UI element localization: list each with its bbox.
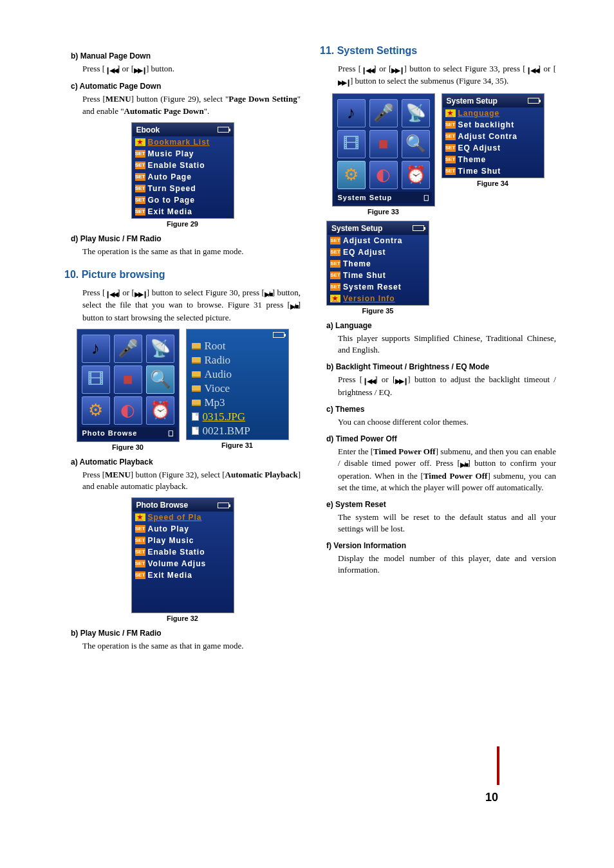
menu-item: ★Speed of Pla <box>133 512 233 523</box>
menu-item: SETSystem Reset <box>328 281 428 293</box>
menu-item: ★Version Info <box>328 293 428 304</box>
figure-30: ♪ 🎤 📡 🎞 ■ 🔍 ⚙ ◐ ⏰ Photo Browse⎕ <box>77 329 180 442</box>
menu-item: SETAuto Play <box>133 523 233 535</box>
prev-icon: ❙◀◀ <box>105 66 117 75</box>
heading-b-manual-page-down: b) Manual Page Down <box>71 51 301 60</box>
text-10: Press [❙◀◀] or [▶▶❙] button to select Fi… <box>82 287 301 324</box>
star-icon: ★ <box>330 295 340 302</box>
battery-icon <box>218 503 229 508</box>
file-icon <box>192 427 199 435</box>
next-icon: ▶▶❙ <box>391 66 404 75</box>
scroll-icon: ⎕ <box>169 429 174 437</box>
playstop-icon: ▶/■ <box>460 460 468 470</box>
figure-31: Root Radio Audio Vioce Mp3 0315.JPG 0021… <box>186 329 289 440</box>
set-icon: SET <box>445 144 456 152</box>
music-icon: ♪ <box>82 335 110 363</box>
text-c: Press [MENU] button (Figure 29), select … <box>82 93 301 116</box>
mic-icon: 🎤 <box>114 335 142 363</box>
set-icon: SET <box>135 537 145 544</box>
file-item: 0021.BMP <box>188 424 287 438</box>
set-icon: SET <box>445 156 456 163</box>
satellite-icon: 📡 <box>402 99 430 127</box>
music-icon: ♪ <box>337 99 366 127</box>
heading-a-auto-playback: a) Automatic Playback <box>71 457 301 466</box>
figure-33: ♪ 🎤 📡 🎞 ■ 🔍 ⚙ ◐ ⏰ System Setup⎕ <box>332 93 435 207</box>
text-b2: The operation is the same as that in gam… <box>82 640 301 652</box>
set-icon: SET <box>445 133 456 140</box>
menu-item: ★Bookmark List <box>133 136 233 148</box>
set-icon: SET <box>135 150 145 158</box>
text-b-right: Press [❙◀◀] or [▶▶❙] button to adjust th… <box>338 374 556 398</box>
heading-10-picture-browsing: 10. Picture browsing <box>64 269 301 281</box>
menu-item: SETTurn Speed <box>133 183 233 194</box>
menu-item: SETEnable Statio <box>133 546 233 558</box>
set-icon: SET <box>330 272 340 279</box>
set-icon: SET <box>135 571 145 579</box>
text-c-right: You can choose different color themes. <box>338 416 556 428</box>
folder-item: Audio <box>188 367 287 382</box>
figure-31-caption: Figure 31 <box>221 441 253 449</box>
star-icon: ★ <box>135 138 145 146</box>
set-icon: SET <box>135 173 145 181</box>
right-column: 11. System Settings Press [❙◀◀] or [▶▶❙]… <box>320 45 556 657</box>
next-icon: ▶▶❙ <box>395 376 407 386</box>
heading-b-backlight: b) Backlight Timeout / Brightness / EQ M… <box>326 362 556 371</box>
next-icon: ▶▶❙ <box>338 78 350 88</box>
prev-icon: ❙◀◀ <box>361 66 373 75</box>
file-icon <box>192 412 199 421</box>
text-11: Press [❙◀◀] or [▶▶❙] button to select Fi… <box>338 63 556 88</box>
folder-icon <box>192 371 201 378</box>
figure-35: System Setup SETAdjust Contra SETEQ Adju… <box>326 221 429 306</box>
set-icon: SET <box>135 185 145 192</box>
menu-item: SETEQ Adjust <box>443 142 543 154</box>
menu-item: SETAdjust Contra <box>443 131 543 142</box>
set-icon: SET <box>445 167 456 175</box>
page-number: 10 <box>485 791 498 804</box>
menu-item: SETMusic Play <box>133 148 233 160</box>
figure-35-caption: Figure 35 <box>362 307 394 315</box>
menu-item: SETExit Media <box>133 569 233 581</box>
prev-icon: ❙◀◀ <box>526 66 538 75</box>
set-icon: SET <box>135 525 145 533</box>
set-icon: SET <box>330 283 340 291</box>
folder-icon <box>192 400 201 406</box>
folder-item: Radio <box>188 353 287 367</box>
gear-icon: ⚙ <box>82 396 110 425</box>
stop-icon: ■ <box>369 130 398 158</box>
heading-11-system-settings: 11. System Settings <box>320 45 556 57</box>
text-e: The system will be reset to the default … <box>338 512 556 535</box>
menu-item: SETExit Media <box>133 206 233 217</box>
folder-icon <box>192 385 201 392</box>
menu-item: SETEQ Adjust <box>328 246 428 258</box>
battery-icon <box>218 127 229 133</box>
battery-icon <box>273 332 284 338</box>
text-d: The operation is the same as that in gam… <box>82 246 301 257</box>
prev-icon: ❙◀◀ <box>105 290 117 299</box>
figure-34: System Setup ★Language SETSet backlight … <box>442 93 544 178</box>
set-icon: SET <box>135 560 145 568</box>
search-icon: 🔍 <box>402 130 430 158</box>
menu-item: SETTime Shut <box>443 165 543 177</box>
text-b: Press [❙◀◀] or [▶▶❙] button. <box>82 63 301 75</box>
menu-item: SETTheme <box>328 258 428 270</box>
clock-icon: ⏰ <box>146 396 174 425</box>
set-icon: SET <box>330 248 340 256</box>
heading-d-play-music: d) Play Music / FM Radio <box>71 234 301 243</box>
text-d-right: Enter the [Timed Power Off] submenu, and… <box>338 446 556 494</box>
folder-item: Root <box>188 339 287 353</box>
menu-item: SETAuto Page <box>133 171 233 183</box>
heading-c-themes: c) Themes <box>326 405 556 414</box>
clock-icon: ⏰ <box>402 161 430 189</box>
battery-icon <box>413 225 424 231</box>
figure-32-caption: Figure 32 <box>167 614 198 622</box>
next-icon: ▶▶❙ <box>135 290 147 299</box>
search-icon: 🔍 <box>146 365 174 394</box>
menu-item: SETSet backlight <box>443 119 543 131</box>
figure-29: Ebook ★Bookmark List SETMusic Play SETEn… <box>131 122 234 219</box>
movie-icon: 🎞 <box>337 130 366 158</box>
menu-item: SETTheme <box>443 154 543 165</box>
heading-a-language: a) Language <box>326 321 556 330</box>
set-icon: SET <box>330 237 340 245</box>
figure-33-caption: Figure 33 <box>367 208 399 216</box>
playstop-icon: ▶/■ <box>290 302 298 311</box>
